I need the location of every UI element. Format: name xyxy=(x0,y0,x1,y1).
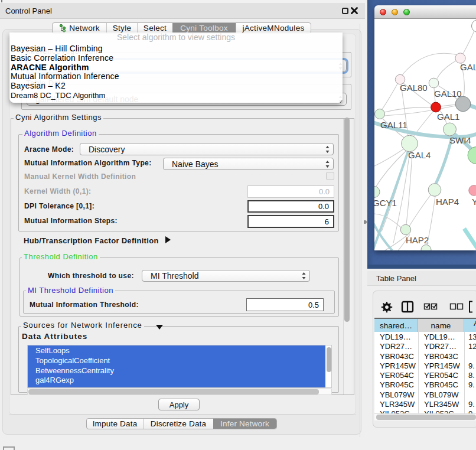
svg-text:GAL1: GAL1 xyxy=(437,112,459,122)
svg-text:GAL4: GAL4 xyxy=(408,150,431,160)
svg-text:SWI4: SWI4 xyxy=(449,135,471,145)
svg-text:GAL11: GAL11 xyxy=(380,120,407,130)
svg-text:GCY1: GCY1 xyxy=(374,198,397,208)
svg-text:HAP2: HAP2 xyxy=(406,235,429,245)
svg-text:GAL80: GAL80 xyxy=(400,83,428,93)
svg-text:GAL7: GAL7 xyxy=(460,62,476,72)
svg-text:GAL10: GAL10 xyxy=(434,89,462,99)
svg-text:Y: Y xyxy=(472,197,476,207)
svg-text:HAP4: HAP4 xyxy=(436,197,459,207)
